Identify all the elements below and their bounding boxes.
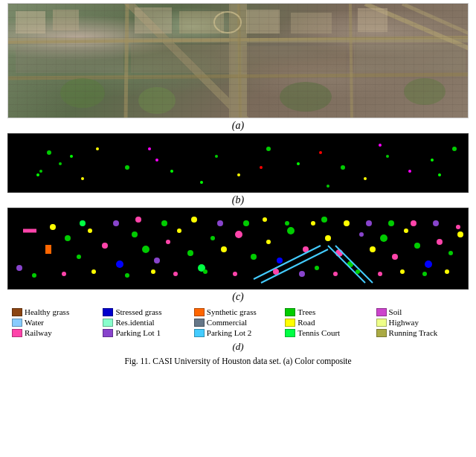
legend-item-commercial: Commercial <box>194 318 282 327</box>
svg-point-61 <box>177 228 181 233</box>
svg-point-45 <box>200 181 203 184</box>
svg-point-67 <box>251 254 257 260</box>
svg-point-113 <box>333 272 338 276</box>
main-container: (a) (b) (c) Healthy grassStressed grassS… <box>0 0 476 457</box>
svg-point-65 <box>221 246 227 252</box>
legend-color-highway <box>376 319 387 327</box>
legend-item-trees: Trees <box>285 307 373 316</box>
svg-point-23 <box>47 150 51 155</box>
legend-color-running-track <box>376 329 387 337</box>
svg-point-70 <box>287 227 295 234</box>
panel-a-image <box>7 3 469 118</box>
svg-point-120 <box>411 220 416 226</box>
svg-point-107 <box>263 217 267 222</box>
svg-point-84 <box>448 251 453 255</box>
legend-color-road <box>285 319 295 327</box>
svg-point-110 <box>299 271 305 277</box>
legend-label-trees: Trees <box>298 307 315 316</box>
svg-point-121 <box>422 272 427 276</box>
legend-label-running-track: Running Track <box>389 328 438 337</box>
svg-line-88 <box>328 246 365 283</box>
legend: Healthy grassStressed grassSynthetic gra… <box>7 304 469 340</box>
svg-point-68 <box>266 240 271 244</box>
svg-point-18 <box>214 12 241 33</box>
svg-rect-9 <box>135 7 172 33</box>
svg-line-4 <box>350 4 352 118</box>
legend-label-commercial: Commercial <box>207 318 247 327</box>
svg-point-25 <box>70 155 73 158</box>
legend-label-railway: Railway <box>25 328 52 337</box>
svg-line-89 <box>335 246 373 283</box>
satellite-background <box>8 4 468 118</box>
caption-d: (d) <box>232 340 243 354</box>
svg-point-48 <box>379 144 382 147</box>
legend-item-stressed-grass: Stressed grass <box>103 307 190 316</box>
legend-label-healthy-grass: Healthy grass <box>25 307 69 316</box>
svg-rect-51 <box>45 245 51 254</box>
svg-point-111 <box>311 221 315 226</box>
svg-point-97 <box>125 273 129 278</box>
svg-point-32 <box>266 147 271 151</box>
caption-c: (c) <box>232 290 244 304</box>
svg-point-80 <box>404 228 408 233</box>
svg-rect-50 <box>23 229 36 233</box>
svg-point-91 <box>32 273 36 278</box>
svg-line-0 <box>8 37 469 42</box>
legend-item-tennis-court: Tennis Court <box>285 328 373 337</box>
svg-point-34 <box>319 151 322 154</box>
legend-color-railway <box>12 329 22 337</box>
svg-point-81 <box>414 243 420 249</box>
svg-point-44 <box>148 147 151 150</box>
legend-label-water: Water <box>25 318 44 327</box>
svg-point-123 <box>445 269 449 274</box>
svg-point-40 <box>452 147 457 151</box>
svg-point-30 <box>215 155 218 158</box>
svg-point-116 <box>366 220 372 226</box>
svg-point-62 <box>187 250 193 256</box>
legend-color-stressed-grass <box>103 308 113 316</box>
svg-rect-19 <box>16 47 123 73</box>
svg-point-105 <box>233 272 237 276</box>
svg-point-102 <box>191 217 197 223</box>
svg-line-2 <box>126 4 127 118</box>
svg-point-64 <box>210 236 215 240</box>
svg-point-72 <box>315 266 319 270</box>
svg-point-46 <box>260 166 263 169</box>
svg-point-60 <box>166 240 170 244</box>
svg-rect-21 <box>242 46 347 73</box>
svg-point-31 <box>237 173 240 176</box>
legend-color-parking-lot-1 <box>103 329 113 337</box>
caption-a: (a) <box>232 118 244 133</box>
svg-point-27 <box>125 165 129 170</box>
legend-label-highway: Highway <box>389 318 419 327</box>
legend-item-road: Road <box>285 318 373 327</box>
svg-point-57 <box>132 231 138 237</box>
svg-point-119 <box>400 269 405 274</box>
svg-point-85 <box>457 231 463 237</box>
legend-color-synthetic-grass <box>194 308 205 316</box>
legend-label-soil: Soil <box>389 307 402 316</box>
svg-point-98 <box>135 217 141 223</box>
svg-rect-7 <box>16 11 45 33</box>
legend-color-residential <box>103 319 113 327</box>
svg-rect-22 <box>354 44 466 72</box>
svg-line-3 <box>239 4 240 118</box>
svg-point-122 <box>433 220 439 226</box>
svg-point-115 <box>356 269 360 274</box>
svg-point-78 <box>380 234 387 242</box>
svg-rect-20 <box>131 45 235 73</box>
svg-point-100 <box>161 220 167 226</box>
panel-c-image <box>7 208 469 290</box>
svg-point-33 <box>297 162 300 165</box>
svg-point-39 <box>431 159 434 162</box>
legend-color-tennis-court <box>285 329 295 337</box>
svg-point-109 <box>285 221 289 226</box>
svg-point-90 <box>16 265 22 271</box>
svg-point-124 <box>456 225 460 229</box>
svg-point-74 <box>335 249 343 257</box>
svg-rect-13 <box>358 8 387 32</box>
svg-point-15 <box>138 87 176 114</box>
svg-point-24 <box>59 162 62 165</box>
svg-point-92 <box>50 224 56 230</box>
svg-point-95 <box>91 269 96 274</box>
